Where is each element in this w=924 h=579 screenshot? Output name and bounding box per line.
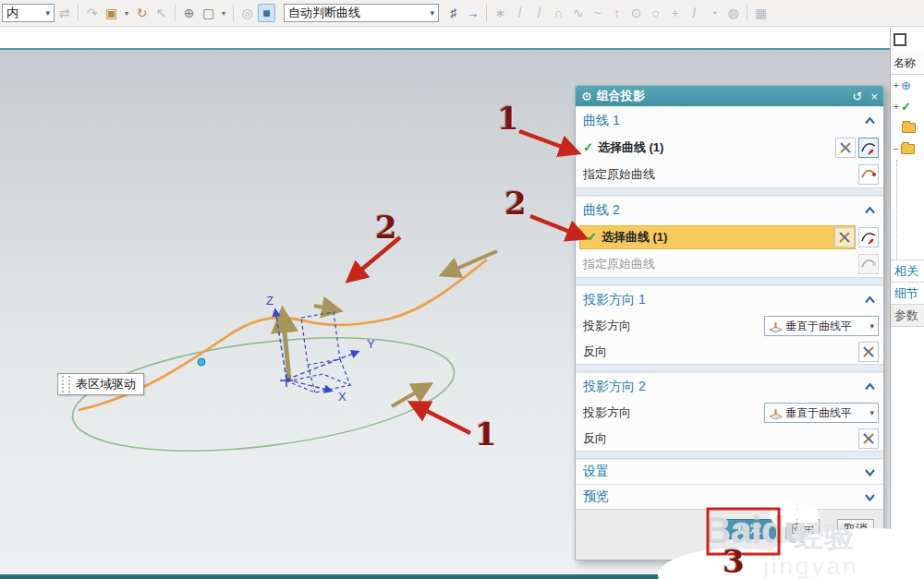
collapse-icon[interactable]: − bbox=[894, 144, 901, 154]
inferred-line-icon[interactable]: / bbox=[530, 4, 548, 22]
reverse-direction-icon[interactable] bbox=[858, 342, 879, 362]
visualization-icon[interactable]: ◎ bbox=[238, 4, 256, 22]
direction2-value: 垂直于曲线平 bbox=[785, 405, 852, 421]
curve-select-icon[interactable] bbox=[858, 138, 879, 158]
section-dependencies[interactable]: 相关 bbox=[891, 259, 924, 282]
tree-item-folder[interactable] bbox=[891, 117, 924, 139]
history-icon: ⊕ bbox=[901, 78, 911, 92]
plane-normal-icon bbox=[769, 406, 783, 420]
point-icon[interactable]: + bbox=[666, 4, 684, 22]
group-header-settings[interactable]: 设置 bbox=[576, 459, 883, 484]
group-header-preview[interactable]: 预览 bbox=[576, 484, 883, 509]
section-details[interactable]: 细节 bbox=[891, 282, 924, 304]
tree-item-folder-open[interactable]: − bbox=[891, 139, 924, 160]
expand-icon[interactable]: + bbox=[894, 102, 901, 112]
tree-item-model[interactable]: + ✓ bbox=[891, 96, 924, 117]
group-title: 曲线 1 bbox=[583, 113, 620, 129]
chevron-up-icon[interactable] bbox=[864, 296, 876, 304]
sketch-line-icon[interactable]: / bbox=[686, 4, 703, 22]
direction2-dropdown[interactable]: 垂直于曲线平 ▾ bbox=[764, 403, 879, 423]
group-header-curve2[interactable]: 曲线 2 bbox=[576, 196, 883, 223]
check-icon: ✓ bbox=[587, 230, 597, 244]
chevron-down-icon[interactable] bbox=[864, 468, 876, 476]
origin-curve2-row[interactable]: 指定原始曲线 bbox=[576, 250, 883, 277]
origin-curve1-row[interactable]: 指定原始曲线 bbox=[576, 161, 883, 187]
stop-at-intersection-icon[interactable]: ♯ bbox=[444, 4, 462, 22]
expand-icon[interactable]: + bbox=[894, 80, 901, 90]
navigator-window-icon-row[interactable] bbox=[891, 28, 924, 52]
toolbar-separator bbox=[486, 5, 487, 21]
reverse-selection-icon[interactable] bbox=[835, 138, 856, 158]
drag-handle-label[interactable]: 表区域驱动 bbox=[57, 373, 144, 395]
select-curve2-label: 选择曲线 (1) bbox=[602, 229, 668, 246]
rotate-reference-icon[interactable]: ↻ bbox=[133, 4, 151, 22]
curve-select-icon[interactable] bbox=[858, 227, 879, 247]
selection-scope-dropdown[interactable]: 内 ▾ bbox=[2, 4, 55, 22]
chevron-up-icon[interactable] bbox=[864, 116, 876, 125]
select-curve1-row[interactable]: ✓ 选择曲线 (1) bbox=[576, 134, 883, 161]
drag-dots-icon[interactable] bbox=[62, 376, 70, 392]
datum-axis-icon[interactable]: ↑ bbox=[608, 4, 626, 22]
navigator-column-header[interactable]: 名称 bbox=[891, 52, 924, 75]
direction1-value: 垂直于曲线平 bbox=[785, 319, 852, 334]
line-icon[interactable]: / bbox=[511, 4, 529, 22]
chevron-down-icon[interactable]: ▾ bbox=[219, 4, 228, 22]
bottom-edge-bar bbox=[0, 574, 924, 579]
sphere-icon[interactable]: ◍ bbox=[724, 4, 742, 22]
circle-center-icon[interactable]: ⊙ bbox=[627, 4, 645, 22]
reverse-selection-icon[interactable] bbox=[834, 227, 855, 247]
group-title: 曲线 2 bbox=[583, 202, 620, 219]
circle-icon[interactable]: ○ bbox=[647, 4, 664, 22]
gear-icon: ⚙ bbox=[581, 90, 592, 103]
studio-spline-icon[interactable]: ∿ bbox=[569, 4, 587, 22]
group-header-direction1[interactable]: 投影方向 1 bbox=[576, 285, 883, 313]
ok-button[interactable]: 确定 bbox=[723, 519, 776, 539]
reset-icon[interactable]: ↺ bbox=[853, 90, 863, 103]
derived-lines-icon[interactable]: ⇄ bbox=[55, 4, 73, 22]
section-label: 细节 bbox=[894, 285, 918, 302]
select-curve1-label: 选择曲线 (1) bbox=[598, 139, 664, 156]
point-constructor-icon[interactable]: ∗ bbox=[492, 4, 509, 22]
active-selection-highlight[interactable]: ✓ 选择曲线 (1) bbox=[579, 225, 856, 249]
apply-button[interactable]: 应用 bbox=[785, 519, 820, 539]
shaded-view-icon[interactable]: ■ bbox=[258, 4, 275, 22]
frame-capture-icon[interactable]: ▣ bbox=[103, 4, 120, 22]
toolbar-separator bbox=[78, 5, 79, 21]
chevron-down-icon[interactable]: ▾ bbox=[122, 4, 131, 22]
chevron-down-icon[interactable] bbox=[864, 493, 876, 501]
swing-view-icon[interactable]: ↷ bbox=[83, 4, 101, 22]
group-divider bbox=[576, 364, 883, 372]
curve-rule-dropdown[interactable]: 自动判断曲线 ▾ bbox=[284, 4, 439, 22]
section-parameters[interactable]: 参数 bbox=[891, 304, 924, 327]
sector-icon[interactable]: ◔ bbox=[705, 4, 723, 22]
dialog-title: 组合投影 bbox=[597, 88, 845, 104]
arc-icon[interactable]: ∩ bbox=[550, 4, 567, 22]
origin-curve2-label: 指定原始曲线 bbox=[583, 256, 655, 272]
reverse2-row: 反向 bbox=[576, 426, 883, 451]
grab-cursor-icon[interactable]: ↖ bbox=[152, 4, 170, 22]
group-title: 投影方向 1 bbox=[583, 292, 646, 308]
group-header-direction2[interactable]: 投影方向 2 bbox=[576, 372, 883, 400]
group-divider bbox=[576, 451, 883, 459]
origin-curve-icon-disabled bbox=[858, 254, 879, 274]
group-header-curve1[interactable]: 曲线 1 bbox=[576, 106, 883, 134]
csys-orient-icon[interactable]: ⊕ bbox=[180, 4, 198, 22]
cancel-button[interactable]: 取消 bbox=[837, 519, 874, 539]
dialog-titlebar[interactable]: ⚙ 组合投影 ↺ × bbox=[576, 86, 883, 106]
reverse-direction-icon[interactable] bbox=[858, 428, 879, 449]
secondary-toolbar-empty bbox=[0, 27, 924, 48]
origin-curve-icon[interactable] bbox=[858, 164, 879, 185]
grid-icon[interactable]: ▦ bbox=[752, 4, 770, 22]
direction1-dropdown[interactable]: 垂直于曲线平 ▾ bbox=[764, 316, 879, 336]
tree-item-history[interactable]: + ⊕ bbox=[891, 75, 924, 96]
follow-fillet-icon[interactable]: → bbox=[464, 4, 481, 22]
column-header-label: 名称 bbox=[894, 55, 916, 71]
chevron-up-icon[interactable] bbox=[864, 206, 876, 214]
curve-icon[interactable]: ~ bbox=[589, 4, 606, 22]
section-label: 参数 bbox=[894, 308, 918, 324]
dialog-footer: 确定 应用 取消 bbox=[576, 509, 883, 560]
chevron-up-icon[interactable] bbox=[864, 382, 876, 391]
selection-box-icon[interactable]: ▢ bbox=[200, 4, 217, 22]
select-curve2-row[interactable]: ✓ 选择曲线 (1) bbox=[576, 223, 883, 250]
close-icon[interactable]: × bbox=[870, 90, 878, 103]
